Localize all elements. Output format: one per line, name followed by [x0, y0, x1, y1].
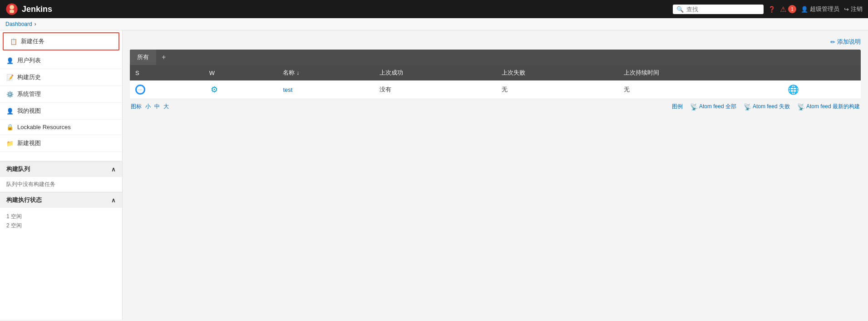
icon-label[interactable]: 图标	[131, 103, 142, 110]
col-s: S	[130, 65, 204, 80]
breadcrumb-home[interactable]: Dashboard	[5, 21, 32, 27]
help-icon: ❓	[768, 6, 775, 13]
svg-rect-2	[10, 10, 14, 13]
header: Jenkins 🔍 ❓ ⚠ 1 👤 超级管理员 ↪ 注销	[0, 0, 868, 18]
sidebar-item-lockable[interactable]: 🔒 Lockable Resources	[0, 120, 122, 135]
add-desc-button[interactable]: ✏ 添加说明	[830, 38, 861, 46]
rss-icon: 🌐	[788, 85, 799, 95]
build-executor-content: 1 空闲 2 空闲	[0, 208, 122, 235]
sidebar-item-user-list-label: 用户列表	[17, 56, 41, 65]
legend-link[interactable]: 图例	[672, 103, 683, 110]
tab-add-button[interactable]: +	[156, 50, 171, 64]
dots-icon: ···	[138, 87, 142, 92]
tab-all[interactable]: 所有	[130, 50, 156, 65]
plus-icon: +	[162, 53, 166, 61]
user-icon: 👤	[801, 6, 808, 13]
sidebar-item-new-task-label: 新建任务	[21, 37, 44, 45]
atom-fail-label: Atom feed 失败	[753, 103, 790, 110]
table-header-row: S W 名称 ↓ 上次成功 上次失败 上次持续时间	[130, 65, 861, 80]
build-queue-section: 构建队列 ∧	[0, 161, 122, 177]
sidebar-item-build-history[interactable]: 📝 构建历史	[0, 69, 122, 86]
logout-button[interactable]: ↪ 注销	[844, 5, 863, 13]
build-queue-content: 队列中没有构建任务	[0, 177, 122, 192]
system-mgmt-icon: ⚙️	[6, 91, 14, 98]
logo-text: Jenkins	[22, 5, 52, 14]
breadcrumb: Dashboard ›	[0, 18, 868, 30]
table-footer: 图标 小 中 大 图例 📡 Atom feed 全部 📡 Atom feed 失…	[130, 99, 861, 114]
status-running-icon: ···	[135, 85, 145, 95]
build-queue-title: 构建队列	[6, 165, 30, 173]
sidebar-item-new-task[interactable]: 📋 新建任务	[3, 32, 119, 50]
new-view-icon: 📁	[6, 140, 14, 147]
layout: 📋 新建任务 👤 用户列表 📝 构建历史 ⚙️ 系统管理 👤 我的视图 🔒 Lo…	[0, 30, 868, 320]
cell-last-success: 没有	[374, 80, 496, 99]
col-last-failure: 上次失败	[496, 65, 618, 80]
col-last-success: 上次成功	[374, 65, 496, 80]
atom-latest-link[interactable]: 📡 Atom feed 最新的构建	[797, 103, 860, 110]
rss-fail-icon: 📡	[744, 103, 751, 110]
build-history-icon: 📝	[6, 74, 14, 81]
jenkins-logo-icon	[5, 3, 18, 15]
search-input[interactable]	[686, 6, 755, 13]
sidebar-item-user-list[interactable]: 👤 用户列表	[0, 52, 122, 69]
build-executor-title: 构建执行状态	[6, 196, 42, 204]
rss-all-icon: 📡	[690, 103, 698, 110]
top-bar: ✏ 添加说明	[130, 38, 861, 50]
size-large-label[interactable]: 大	[163, 103, 169, 110]
cell-rss: 🌐	[782, 80, 861, 99]
alert-icon: ⚠	[780, 5, 786, 14]
cell-last-duration: 无	[618, 80, 782, 99]
atom-latest-label: Atom feed 最新的构建	[806, 103, 860, 110]
search-icon: 🔍	[676, 6, 684, 13]
atom-all-link[interactable]: 📡 Atom feed 全部	[690, 103, 736, 110]
legend-label: 图例	[672, 103, 683, 110]
sidebar-item-my-views-label: 我的视图	[17, 107, 41, 115]
tab-all-label: 所有	[137, 54, 149, 60]
help-button[interactable]: ❓	[768, 6, 775, 13]
svg-point-1	[10, 5, 14, 10]
user-label: 超级管理员	[810, 5, 839, 13]
main-content: ✏ 添加说明 所有 + S W 名称 ↓ 上次成功 上次失败 上次	[123, 30, 868, 320]
size-small-label[interactable]: 小	[145, 103, 151, 110]
table-row: ··· ⚙ test 没有 无 无 🌐	[130, 80, 861, 99]
cell-last-failure: 无	[496, 80, 618, 99]
sidebar-item-my-views[interactable]: 👤 我的视图	[0, 103, 122, 120]
logo: Jenkins	[5, 3, 52, 15]
logout-label: 注销	[851, 5, 863, 13]
sidebar-item-lockable-label: Lockable Resources	[17, 124, 71, 130]
sidebar-item-new-view-label: 新建视图	[17, 139, 41, 147]
logout-icon: ↪	[844, 6, 849, 13]
sidebar-item-system-mgmt[interactable]: ⚙️ 系统管理	[0, 86, 122, 103]
search-box[interactable]: 🔍	[673, 5, 764, 14]
build-queue-collapse-icon[interactable]: ∧	[111, 166, 116, 173]
jobs-table: S W 名称 ↓ 上次成功 上次失败 上次持续时间 ···	[130, 65, 861, 99]
cell-name: test	[277, 80, 374, 99]
sidebar-item-new-view[interactable]: 📁 新建视图	[0, 135, 122, 152]
weather-gear-icon: ⚙	[209, 85, 219, 95]
tabs-bar: 所有 +	[130, 50, 861, 65]
col-actions	[782, 65, 861, 80]
build-executor-collapse-icon[interactable]: ∧	[111, 197, 116, 204]
user-list-icon: 👤	[6, 57, 14, 64]
footer-links: 图例 📡 Atom feed 全部 📡 Atom feed 失败 📡 Atom …	[672, 103, 860, 110]
size-medium-label[interactable]: 中	[154, 103, 160, 110]
user-area[interactable]: 👤 超级管理员	[801, 5, 839, 13]
notification-area[interactable]: ⚠ 1	[780, 5, 796, 14]
atom-fail-link[interactable]: 📡 Atom feed 失败	[744, 103, 790, 110]
col-w: W	[204, 65, 278, 80]
atom-all-label: Atom feed 全部	[699, 103, 736, 110]
lockable-icon: 🔒	[6, 124, 14, 130]
col-last-duration: 上次持续时间	[618, 65, 782, 80]
job-name-link[interactable]: test	[283, 86, 292, 93]
pencil-icon: ✏	[830, 39, 835, 45]
view-controls: 图标 小 中 大	[131, 103, 169, 110]
new-task-icon: 📋	[10, 38, 17, 45]
build-queue-empty-msg: 队列中没有构建任务	[6, 181, 55, 187]
sidebar-item-system-mgmt-label: 系统管理	[17, 90, 41, 98]
executor-item-1: 1 空闲	[6, 213, 116, 221]
rss-latest-icon: 📡	[797, 103, 805, 110]
notification-count: 1	[788, 5, 796, 13]
sidebar: 📋 新建任务 👤 用户列表 📝 构建历史 ⚙️ 系统管理 👤 我的视图 🔒 Lo…	[0, 30, 123, 320]
build-executor-section: 构建执行状态 ∧	[0, 192, 122, 208]
cell-status: ···	[130, 80, 204, 99]
